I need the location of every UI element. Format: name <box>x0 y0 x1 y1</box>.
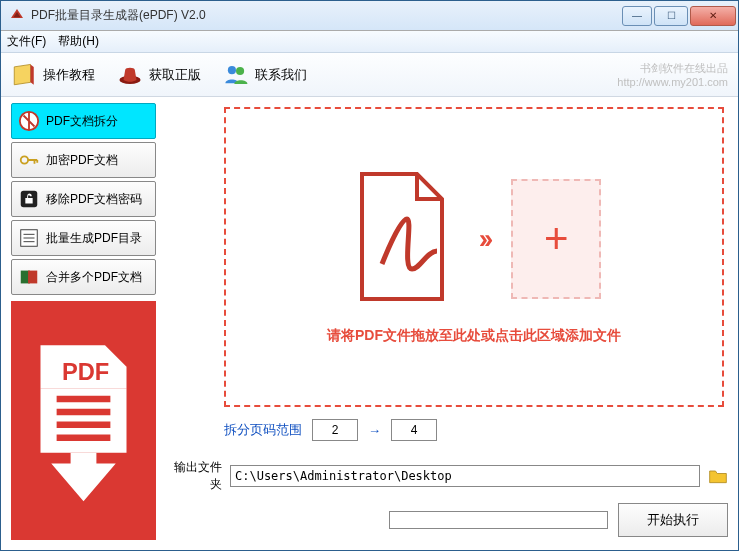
page-range-row: 拆分页码范围 → <box>224 419 728 441</box>
unlock-icon <box>18 188 40 210</box>
menu-file[interactable]: 文件(F) <box>7 33 46 50</box>
maximize-button[interactable]: ☐ <box>654 6 688 26</box>
main-panel: ›› + 请将PDF文件拖放至此处或点击此区域添加文件 拆分页码范围 → 输出文… <box>164 103 728 540</box>
svg-text:PDF: PDF <box>62 359 109 385</box>
menubar: 文件(F) 帮助(H) <box>1 31 738 53</box>
svg-rect-8 <box>28 271 37 284</box>
brand-link[interactable]: http://www.my201.com <box>617 76 728 88</box>
minimize-button[interactable]: — <box>622 6 652 26</box>
app-icon <box>9 8 25 24</box>
svg-point-2 <box>236 66 244 74</box>
sidebar-item-batch-toc[interactable]: 批量生成PDF目录 <box>11 220 156 256</box>
page-from-input[interactable] <box>312 419 358 441</box>
sidebar-item-merge[interactable]: 合并多个PDF文档 <box>11 259 156 295</box>
toolbar-tutorial[interactable]: 操作教程 <box>11 62 95 88</box>
output-path-input[interactable] <box>230 465 700 487</box>
drop-zone[interactable]: ›› + 请将PDF文件拖放至此处或点击此区域添加文件 <box>224 107 724 407</box>
key-icon <box>18 149 40 171</box>
bottom-row: 开始执行 <box>164 503 728 537</box>
plus-icon: + <box>544 215 569 263</box>
page-range-label: 拆分页码范围 <box>224 421 302 439</box>
sidebar: PDF文档拆分 加密PDF文档 移除PDF文档密码 批量生成PDF目录 合并多个… <box>11 103 156 540</box>
output-label: 输出文件夹 <box>164 459 222 493</box>
book-icon <box>11 62 37 88</box>
progress-bar <box>389 511 608 529</box>
window-title: PDF批量目录生成器(ePDF) V2.0 <box>31 7 622 24</box>
page-to-input[interactable] <box>391 419 437 441</box>
menu-help[interactable]: 帮助(H) <box>58 33 99 50</box>
list-icon <box>18 227 40 249</box>
merge-icon <box>18 266 40 288</box>
execute-button[interactable]: 开始执行 <box>618 503 728 537</box>
toolbar-contact[interactable]: 联系我们 <box>223 62 307 88</box>
sidebar-item-remove-password[interactable]: 移除PDF文档密码 <box>11 181 156 217</box>
brand-info: 书剑软件在线出品 http://www.my201.com <box>617 61 728 88</box>
arrow-icon: ›› <box>479 223 490 255</box>
sidebar-item-encrypt[interactable]: 加密PDF文档 <box>11 142 156 178</box>
output-row: 输出文件夹 <box>164 459 728 493</box>
titlebar: PDF批量目录生成器(ePDF) V2.0 — ☐ ✕ <box>1 1 738 31</box>
hat-icon <box>117 62 143 88</box>
svg-point-4 <box>21 156 28 163</box>
add-file-box[interactable]: + <box>511 179 601 299</box>
close-button[interactable]: ✕ <box>690 6 736 26</box>
svg-point-1 <box>228 66 236 74</box>
drop-zone-text: 请将PDF文件拖放至此处或点击此区域添加文件 <box>327 327 621 345</box>
split-icon <box>18 110 40 132</box>
pdf-logo: PDF <box>11 301 156 540</box>
toolbar-get-full[interactable]: 获取正版 <box>117 62 201 88</box>
toolbar: 操作教程 获取正版 联系我们 书剑软件在线出品 http://www.my201… <box>1 53 738 97</box>
people-icon <box>223 62 249 88</box>
sidebar-item-split[interactable]: PDF文档拆分 <box>11 103 156 139</box>
range-arrow-icon: → <box>368 423 381 438</box>
browse-folder-button[interactable] <box>708 467 728 485</box>
pdf-doc-icon <box>347 169 457 309</box>
